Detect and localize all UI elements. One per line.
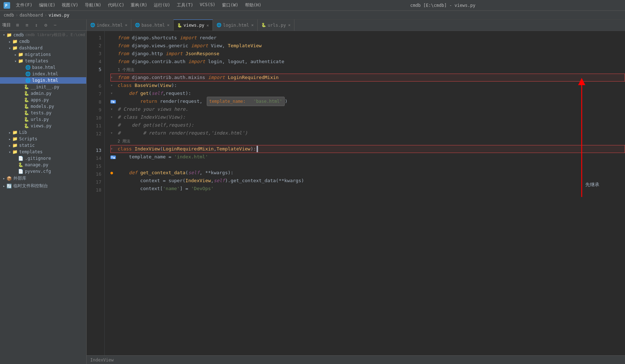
tab-icon-login: 🌐 — [217, 23, 222, 27]
code-editor[interactable]: 1 2 3 4 5 6 7 8 9 10 11 12 13 14 15 16 1… — [87, 31, 625, 355]
breadcrumb-part-1[interactable]: dashboard — [19, 13, 43, 18]
usage-hint-2: 2 用法 — [110, 137, 625, 145]
breadcrumb-part-2[interactable]: views.py — [48, 13, 69, 18]
tree-item-templates2[interactable]: ▾ 📁 templates — [0, 149, 86, 155]
arrow-icon: ▾ — [7, 46, 12, 50]
code-content[interactable]: from django.shortcuts import render from… — [105, 31, 625, 355]
usage-count-1: 1 个用法 — [118, 67, 134, 73]
code-line-12: ▾ # # return render(request,'index.html'… — [110, 129, 625, 137]
menu-view[interactable]: 视图(V) — [59, 1, 81, 9]
tab-base[interactable]: 🌐 base.html ✕ — [131, 19, 174, 31]
arrow-icon: ▾ — [13, 59, 18, 63]
tab-close-base[interactable]: ✕ — [167, 23, 170, 27]
tree-label: pyvenv.cfg — [25, 169, 51, 174]
tree-item-cmdb[interactable]: ▸ 📁 cmdb — [0, 38, 86, 45]
external-icon: 📦 — [6, 176, 12, 181]
menu-run[interactable]: 运行(U) — [151, 1, 173, 9]
tree-label: templates — [25, 58, 48, 63]
tree-item-urls[interactable]: 🐍 urls.py — [0, 116, 86, 123]
run-gutter-16: ● — [110, 169, 118, 177]
menu-tools[interactable]: 工具(T) — [174, 1, 196, 9]
sidebar-tool-sort[interactable]: ↕ — [32, 21, 40, 29]
menu-window[interactable]: 窗口(W) — [219, 1, 241, 9]
file-py-icon: 🐍 — [18, 162, 23, 167]
tree-item-tmp[interactable]: ▸ 🔄 临时文件和控制台 — [0, 182, 86, 190]
tree-item-login-html[interactable]: 🌐 login.html — [0, 77, 86, 84]
tree-label: index.html — [32, 71, 58, 76]
breadcrumb: cmdb › dashboard › views.py — [0, 11, 625, 19]
menu-vcs[interactable]: VCS(S) — [197, 1, 218, 9]
code-line-7: ▾ def get ( self ,request): — [110, 89, 625, 97]
tree-item-external[interactable]: ▸ 📦 外部库 — [0, 175, 86, 182]
tab-close-urls[interactable]: ✕ — [288, 23, 290, 27]
tab-icon-base: 🌐 — [135, 23, 140, 27]
tree-label: __init__.py — [31, 84, 59, 89]
menu-nav[interactable]: 导航(N) — [82, 1, 104, 9]
code-line-1: from django.shortcuts import render — [110, 34, 625, 42]
file-tree: ▾ 📁 cmdb cmdb library根目录, E:\cmd ▸ 📁 cmd… — [0, 31, 86, 364]
file-py-icon: 🐍 — [24, 104, 29, 109]
tree-item-manage[interactable]: 🐍 manage.py — [0, 162, 86, 168]
menu-help[interactable]: 帮助(H) — [242, 1, 265, 9]
arrow-icon: ▸ — [1, 184, 6, 188]
tree-label: 外部库 — [13, 175, 26, 181]
code-line-2: from django.views.generic import View, T… — [110, 42, 625, 50]
file-html-icon: 🌐 — [25, 71, 31, 76]
tree-item-cmdb-root[interactable]: ▾ 📁 cmdb cmdb library根目录, E:\cmd — [0, 31, 86, 38]
code-line-18: context[ 'name' ] = 'DevOps' — [110, 185, 625, 193]
sidebar-tool-close[interactable]: − — [51, 21, 59, 29]
tree-label: tests.py — [31, 110, 52, 115]
line-numbers: 1 2 3 4 5 6 7 8 9 10 11 12 13 14 15 16 1… — [87, 31, 105, 355]
tree-label: models.py — [31, 104, 54, 109]
tree-item-migrations[interactable]: ▸ 📁 migrations — [0, 51, 86, 58]
sidebar-tool-align[interactable]: ≡ — [23, 21, 31, 29]
sidebar: 项目 ⊞ ≡ ↕ ⚙ − ▾ 📁 cmdb cmdb library根目录, E… — [0, 19, 87, 364]
run-gutter: H▶ — [110, 97, 118, 106]
tab-login[interactable]: 🌐 login.html ✕ — [213, 19, 258, 31]
tree-item-init[interactable]: 🐍 __init__.py — [0, 84, 86, 90]
tree-item-tests[interactable]: 🐍 tests.py — [0, 110, 86, 116]
tree-item-admin[interactable]: 🐍 admin.py — [0, 90, 86, 97]
tree-item-views[interactable]: 🐍 views.py — [0, 123, 86, 129]
tab-close-views[interactable]: ✕ — [206, 23, 209, 28]
tab-urls[interactable]: 🐍 urls.py ✕ — [258, 19, 294, 31]
tree-label: views.py — [31, 123, 52, 128]
file-py-icon: 🐍 — [24, 97, 29, 102]
tab-views[interactable]: 🐍 views.py ✕ — [174, 19, 213, 31]
tree-item-gitignore[interactable]: 📄 .gitignore — [0, 155, 86, 162]
folder-icon: 📁 — [6, 32, 12, 38]
tree-label: Lib — [19, 130, 27, 135]
tree-item-index-html[interactable]: 🌐 index.html — [0, 71, 86, 77]
tree-item-dashboard[interactable]: ▾ 📁 dashboard — [0, 45, 86, 51]
tree-item-templates[interactable]: ▾ 📁 templates — [0, 58, 86, 64]
tree-label: login.html — [32, 78, 58, 83]
tree-label: cmdb — [19, 39, 30, 44]
file-html-icon: 🌐 — [25, 65, 31, 70]
code-line-14: H▲ template_name = 'index.html' — [110, 153, 625, 161]
tree-item-pyvenv[interactable]: 📄 pyvenv.cfg — [0, 168, 86, 175]
breadcrumb-part-0[interactable]: cmdb — [4, 13, 14, 18]
fold-icon: ▾ — [110, 74, 118, 82]
tab-close-index[interactable]: ✕ — [125, 23, 127, 27]
menu-refactor[interactable]: 重构(R) — [128, 1, 150, 9]
tree-item-lib[interactable]: ▸ 📁 Lib — [0, 129, 86, 136]
menu-code[interactable]: 代码(C) — [105, 1, 127, 9]
menu-file[interactable]: 文件(F) — [13, 1, 35, 9]
editor-area: 🌐 index.html ✕ 🌐 base.html ✕ 🐍 views.py … — [87, 19, 625, 364]
tab-index[interactable]: 🌐 index.html ✕ — [87, 19, 131, 31]
folder-icon: 📁 — [12, 39, 18, 44]
tree-item-models[interactable]: 🐍 models.py — [0, 103, 86, 110]
tree-item-apps[interactable]: 🐍 apps.py — [0, 97, 86, 103]
tree-item-scripts[interactable]: ▸ 📁 Scripts — [0, 136, 86, 142]
tree-item-static[interactable]: ▸ 📁 static — [0, 142, 86, 149]
root-path: cmdb library根目录, E:\cmd — [25, 32, 85, 38]
sidebar-tool-settings[interactable]: ⚙ — [42, 21, 50, 29]
arrow-icon: ▸ — [1, 176, 6, 180]
menu-edit[interactable]: 编辑(E) — [36, 1, 58, 9]
tree-label: static — [19, 143, 35, 148]
tab-close-login[interactable]: ✕ — [251, 23, 254, 27]
status-text: IndexView — [90, 358, 114, 363]
sidebar-tool-scope[interactable]: ⊞ — [14, 21, 22, 29]
tree-item-base-html[interactable]: 🌐 base.html — [0, 64, 86, 71]
tab-label: index.html — [97, 23, 123, 28]
